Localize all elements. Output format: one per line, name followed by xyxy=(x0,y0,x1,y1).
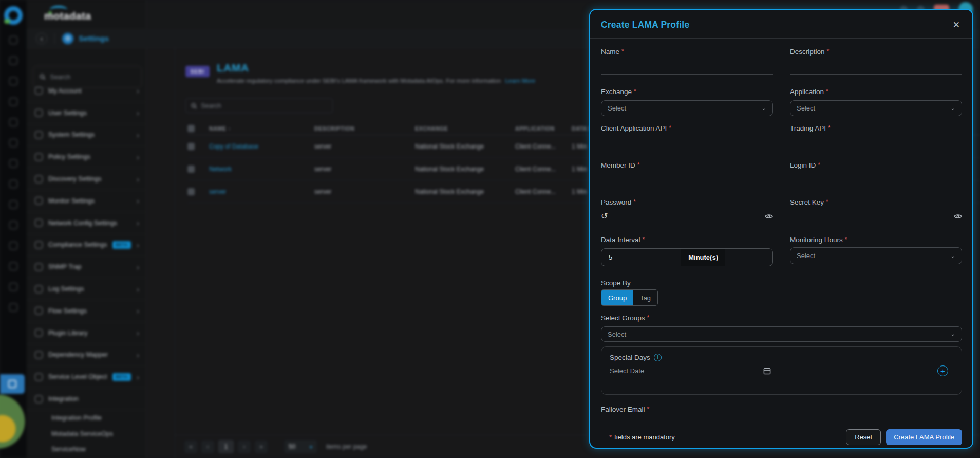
sidebar-subitem[interactable]: Integration Profile xyxy=(27,410,146,426)
reset-password-icon[interactable]: ↺ xyxy=(601,211,608,221)
sidebar-item[interactable]: Integration xyxy=(27,388,146,410)
eye-icon[interactable] xyxy=(954,213,962,219)
rail-icon[interactable] xyxy=(9,159,17,168)
field-trading-api: Trading API* xyxy=(790,124,962,149)
select-date-input[interactable]: Select Date xyxy=(610,362,771,379)
row-checkbox[interactable] xyxy=(187,188,195,195)
rail-icon[interactable] xyxy=(9,57,17,65)
sidebar-item[interactable]: Discovery Settings › xyxy=(27,168,146,190)
special-days-panel: Special Days i Select Date + xyxy=(601,346,962,395)
table-search-input[interactable] xyxy=(201,102,327,109)
special-day-value-input[interactable] xyxy=(784,362,924,379)
sidebar-item[interactable]: Policy Settings › xyxy=(27,146,146,168)
rail-icon[interactable] xyxy=(9,98,17,106)
rail-item-settings-active[interactable] xyxy=(0,374,25,394)
chevron-right-icon: › xyxy=(137,241,139,249)
rail-icon[interactable] xyxy=(9,180,17,188)
sidebar-item[interactable]: Service Level Objective BETA › xyxy=(27,366,146,388)
description-input[interactable] xyxy=(790,59,962,75)
row-checkbox[interactable] xyxy=(187,166,195,173)
rail-icon[interactable] xyxy=(9,221,17,229)
trading-api-input[interactable] xyxy=(790,136,962,149)
sidebar-item-label: Monitor Settings xyxy=(48,197,131,205)
row-checkbox[interactable] xyxy=(187,143,195,150)
beta-badge: BETA xyxy=(112,373,131,381)
login-id-input[interactable] xyxy=(790,173,962,186)
info-icon[interactable]: i xyxy=(654,354,662,361)
name-input[interactable] xyxy=(601,59,773,75)
sidebar-item[interactable]: Plugin Library › xyxy=(27,322,146,344)
cell-name-link[interactable]: Network xyxy=(209,166,314,173)
add-special-day-button[interactable]: + xyxy=(937,365,948,376)
member-id-input[interactable] xyxy=(601,173,773,186)
sidebar-item[interactable]: User Settings › xyxy=(27,102,146,124)
close-icon[interactable]: ✕ xyxy=(951,19,962,31)
sidebar-item[interactable]: Flow Settings › xyxy=(27,300,146,322)
sidebar-item-icon xyxy=(35,153,43,161)
application-select[interactable]: Select⌄ xyxy=(790,100,962,116)
col-name[interactable]: NAME↑ xyxy=(209,125,314,132)
monitoring-hours-select[interactable]: Select⌄ xyxy=(790,247,962,264)
sidebar-item[interactable]: Monitor Settings › xyxy=(27,190,146,212)
back-button[interactable]: ‹ xyxy=(36,33,47,44)
reset-button[interactable]: Reset xyxy=(846,429,881,445)
rail-icon[interactable] xyxy=(9,36,17,44)
rail-icon[interactable] xyxy=(9,283,17,291)
motadata-logo-icon[interactable] xyxy=(4,6,23,25)
chevron-right-icon: › xyxy=(137,373,139,381)
learn-more-link[interactable]: Learn More xyxy=(505,78,535,84)
sidebar-subitem[interactable]: ServiceNow xyxy=(27,442,146,457)
sidebar-item[interactable]: My Account › xyxy=(27,80,146,102)
select-all-checkbox[interactable] xyxy=(187,125,195,132)
sidebar-item[interactable]: Dependency Mapper › xyxy=(27,344,146,367)
select-groups-select[interactable]: Select⌄ xyxy=(601,326,962,342)
col-exchange[interactable]: EXCHANGE xyxy=(415,125,515,132)
required-asterisk: * xyxy=(845,236,847,244)
cell-description: server xyxy=(314,188,415,195)
lama-title: LAMA xyxy=(217,62,535,74)
password-input[interactable]: ↺ xyxy=(601,210,773,223)
col-application[interactable]: APPLICATION xyxy=(515,125,572,132)
scope-group-button[interactable]: Group xyxy=(601,290,633,305)
data-interval-value[interactable]: 5 xyxy=(601,253,681,261)
cell-application: Client Conne... xyxy=(515,188,572,195)
create-lama-profile-button[interactable]: Create LAMA Profile xyxy=(886,429,962,445)
page-size-select[interactable]: 50 ▾ xyxy=(284,440,317,453)
sidebar-item-icon xyxy=(35,395,43,403)
sidebar-search-input[interactable] xyxy=(50,74,135,81)
sidebar-item-icon xyxy=(35,373,43,381)
exchange-select[interactable]: Select⌄ xyxy=(601,100,773,116)
rail-icon[interactable] xyxy=(9,118,17,126)
sidebar-subitem[interactable]: Motadata ServiceOps xyxy=(27,426,146,442)
prev-page-button[interactable]: ‹ xyxy=(201,441,214,453)
cell-name-link[interactable]: server xyxy=(209,188,314,195)
rail-icon[interactable] xyxy=(9,242,17,250)
chevron-down-icon: ⌄ xyxy=(950,105,955,111)
sidebar-item-label: User Settings xyxy=(48,109,131,117)
rail-icon[interactable] xyxy=(9,262,17,270)
eye-icon[interactable] xyxy=(765,213,773,219)
sidebar-item[interactable]: Log Settings › xyxy=(27,278,146,300)
current-page[interactable]: 1 xyxy=(218,440,234,453)
sidebar-item[interactable]: System Settings › xyxy=(27,124,146,146)
rail-icon[interactable] xyxy=(9,77,17,85)
cell-name-link[interactable]: Copy of Database xyxy=(209,143,314,150)
first-page-button[interactable]: « xyxy=(184,441,197,453)
sidebar-item[interactable]: Network Config Settings › xyxy=(27,212,146,234)
secret-key-input[interactable] xyxy=(790,210,962,223)
rail-icon[interactable] xyxy=(9,139,17,147)
lama-header: SEBI LAMA Accelerate regulatory complian… xyxy=(185,62,535,84)
field-login-id: Login ID* xyxy=(790,161,962,186)
rail-icon[interactable] xyxy=(9,303,17,312)
content-divider xyxy=(175,48,175,458)
table-search[interactable] xyxy=(185,98,333,113)
last-page-button[interactable]: » xyxy=(255,441,268,453)
scope-tag-button[interactable]: Tag xyxy=(633,290,657,305)
sidebar-item[interactable]: SNMP Trap › xyxy=(27,256,146,278)
data-interval-input[interactable]: 5 Minute(s) xyxy=(601,248,773,266)
client-api-input[interactable] xyxy=(601,136,773,149)
next-page-button[interactable]: › xyxy=(238,441,251,453)
rail-icon[interactable] xyxy=(9,200,17,209)
sidebar-item[interactable]: Compliance Settings BETA › xyxy=(27,234,146,257)
col-description[interactable]: DESCRIPTION xyxy=(314,125,415,132)
